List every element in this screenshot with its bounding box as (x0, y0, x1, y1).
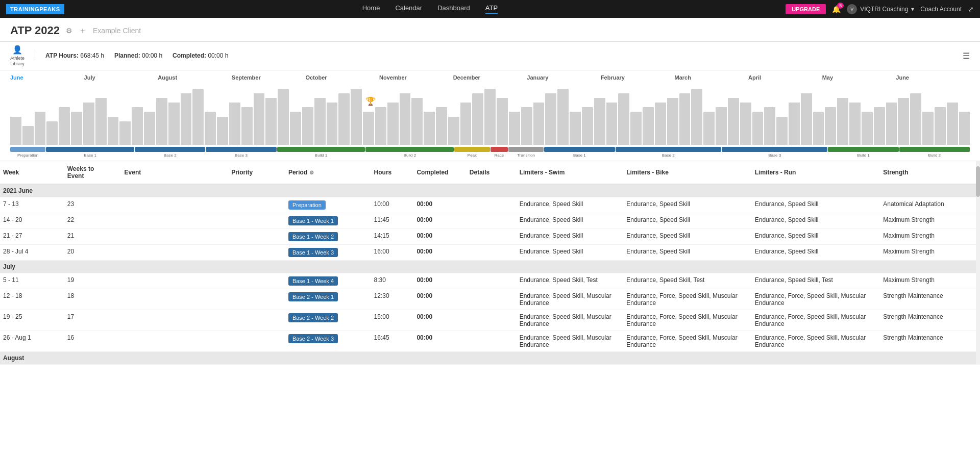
cell-weeks-to-event: 16 (64, 330, 121, 351)
page-header: ATP 2022 ⚙ ＋ Example Client (0, 18, 980, 42)
month-september: September (232, 74, 306, 81)
chart-bar-63 (776, 117, 788, 145)
cell-priority (228, 244, 285, 260)
chart-bar-24 (302, 107, 313, 144)
nav-right-area: UPGRADE 🔔 5 V VIQTRI Coaching ▾ Coach Ac… (786, 4, 974, 14)
nav-atp[interactable]: ATP (485, 4, 498, 14)
chart-bar-53 (655, 103, 666, 145)
cell-event (121, 273, 229, 289)
completed-value: 00:00 h (208, 52, 228, 59)
period-pill[interactable]: Base 1 - Week 4 (288, 276, 338, 286)
scrollbar-thumb[interactable] (976, 166, 980, 197)
chart-bar-8 (108, 117, 119, 145)
nav-home[interactable]: Home (362, 4, 380, 14)
chart-bar-40 (497, 98, 508, 145)
chart-bar-22 (278, 89, 289, 145)
chart-bar-65 (801, 93, 812, 145)
section-header-july: July (0, 260, 980, 273)
completed-label: Completed: (173, 52, 206, 59)
nav-dashboard[interactable]: Dashboard (437, 4, 470, 14)
period-settings-icon[interactable]: ⚙ (309, 170, 314, 175)
table-row: 28 - Jul 420Base 1 - Week 316:0000:00End… (0, 244, 980, 260)
chart-bar-3 (46, 121, 58, 145)
cell-weeks-to-event: 23 (64, 197, 121, 213)
scrollbar-track[interactable] (976, 161, 980, 365)
cell-hours: 8:30 (371, 273, 414, 289)
col-header-strength: Strength (880, 161, 980, 184)
chart-bar-77 (947, 103, 958, 145)
col-header-event: Event (121, 161, 229, 184)
chart-bar-29 (363, 112, 374, 144)
chart-bar-28 (351, 89, 362, 145)
cell-limiters-bike: Endurance, Speed Skill (623, 228, 752, 244)
cell-limiters-run: Endurance, Speed Skill, Test (752, 273, 880, 289)
period-pill[interactable]: Base 2 - Week 3 (288, 334, 338, 343)
cell-limiters-run: Endurance, Speed Skill (752, 197, 880, 213)
chart-bar-10 (132, 107, 143, 144)
period-pill[interactable]: Base 1 - Week 2 (288, 232, 338, 241)
period-pill[interactable]: Preparation (288, 200, 326, 210)
col-header-limiters-run: Limiters - Run (752, 161, 880, 184)
chart-bar-46 (570, 112, 581, 144)
coach-account-link[interactable]: Coach Account (920, 6, 962, 13)
chart-bar-69 (849, 103, 861, 145)
chart-bar-49 (606, 103, 618, 145)
cell-completed: 00:00 (413, 228, 466, 244)
chart-bar-27 (338, 93, 350, 145)
cell-period: Base 2 - Week 3 (285, 330, 371, 351)
expand-icon[interactable]: ⤢ (968, 5, 974, 13)
period-build2a-bar (365, 147, 454, 152)
section-header-2021-june: 2021 June (0, 184, 980, 197)
table-section: Week Weeks toEvent Event Priority Period… (0, 161, 980, 365)
month-labels: June July August September October Novem… (10, 70, 970, 81)
settings-icon[interactable]: ⚙ (66, 27, 72, 35)
table-row: 21 - 2721Base 1 - Week 214:1500:00Endura… (0, 228, 980, 244)
period-base2a-bar (135, 147, 205, 152)
cell-limiters-bike: Endurance, Speed Skill (623, 244, 752, 260)
nav-calendar[interactable]: Calendar (395, 4, 422, 14)
cell-period: Base 1 - Week 3 (285, 244, 371, 260)
period-peak-bar (454, 147, 489, 152)
chart-bar-51 (630, 112, 642, 144)
athlete-icon: 👤 (12, 45, 22, 55)
notification-bell[interactable]: 🔔 5 (832, 5, 841, 13)
cell-period: Base 1 - Week 1 (285, 213, 371, 228)
logo[interactable]: TRAININGPEAKS (6, 4, 64, 14)
cell-completed: 00:00 (413, 197, 466, 213)
period-pill[interactable]: Base 1 - Week 3 (288, 248, 338, 257)
cell-week: 12 - 18 (0, 289, 64, 310)
notification-badge: 5 (837, 3, 844, 9)
period-label-transition: Transition (508, 153, 544, 158)
atp-hours-value: 668:45 h (80, 52, 104, 59)
cell-event (121, 244, 229, 260)
cell-hours: 16:45 (371, 330, 414, 351)
cell-priority (228, 228, 285, 244)
cell-event (121, 228, 229, 244)
period-pill[interactable]: Base 2 - Week 2 (288, 313, 338, 322)
chart-bar-20 (254, 93, 265, 145)
cell-limiters-bike: Endurance, Force, Speed Skill, Muscular … (623, 330, 752, 351)
chart-bar-76 (935, 107, 946, 144)
chart-bar-60 (740, 103, 751, 145)
table-header-row: Week Weeks toEvent Event Priority Period… (0, 161, 980, 184)
add-icon[interactable]: ＋ (79, 26, 87, 36)
cell-period: Base 2 - Week 1 (285, 289, 371, 310)
cell-completed: 00:00 (413, 213, 466, 228)
chart-bar-74 (910, 93, 921, 145)
user-area[interactable]: V VIQTRI Coaching ▾ (847, 4, 914, 14)
chart-bar-73 (898, 98, 909, 145)
chart-bar-67 (825, 107, 836, 144)
cell-weeks-to-event: 17 (64, 310, 121, 330)
planned-label: Planned: (114, 52, 140, 59)
upgrade-button[interactable]: UPGRADE (786, 4, 826, 14)
athlete-library[interactable]: 👤 AthleteLibrary (10, 45, 24, 67)
period-bar-row (10, 147, 970, 152)
hamburger-menu[interactable]: ☰ (963, 51, 970, 61)
trophy-marker: 🏆 (365, 96, 376, 106)
period-pill[interactable]: Base 1 - Week 1 (288, 216, 338, 225)
period-pill[interactable]: Base 2 - Week 1 (288, 292, 338, 301)
chart-bar-32 (400, 93, 411, 145)
chart-bar-42 (521, 107, 532, 144)
table-row: 26 - Aug 116Base 2 - Week 316:4500:00End… (0, 330, 980, 351)
cell-priority (228, 273, 285, 289)
